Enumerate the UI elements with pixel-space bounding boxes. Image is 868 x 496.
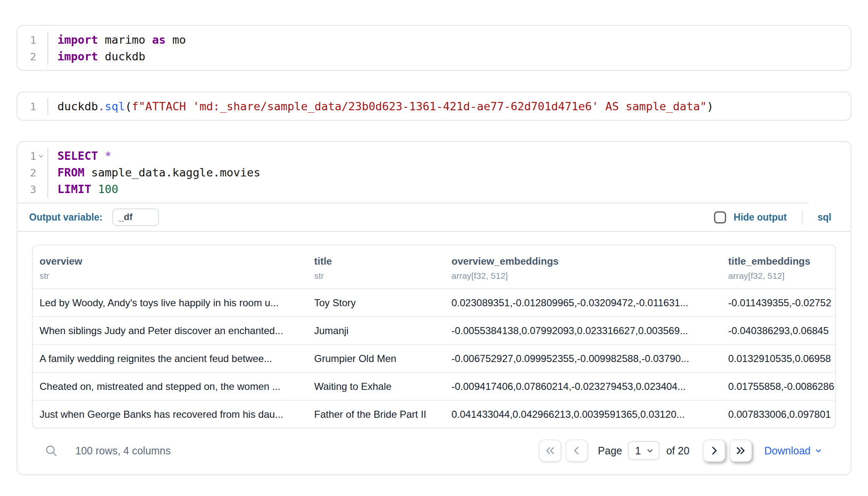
table-cell: -0.011439355,-0.02752 xyxy=(722,297,835,309)
line-number: 1 xyxy=(17,98,47,115)
output-variable-bar: Output variable: _df Hide output sql xyxy=(17,203,851,231)
column-name: overview xyxy=(40,255,301,267)
table-row: A family wedding reignites the ancient f… xyxy=(33,344,835,372)
code-line: SELECT * xyxy=(57,148,851,164)
code-cell-attach: 1 duckdb.sql(f"ATTACH 'md:_share/sample_… xyxy=(17,92,851,121)
sql-cell: 123 SELECT *FROM sample_data.kaggle.movi… xyxy=(17,141,851,475)
page-total-label: of 20 xyxy=(666,445,689,457)
page-select[interactable]: 1 xyxy=(628,441,660,460)
line-number: 3 xyxy=(17,181,47,198)
table-cell: Grumpier Old Men xyxy=(308,353,445,365)
column-header-title_embeddings[interactable]: title_embeddingsarray[f32, 512] xyxy=(722,255,835,281)
line-number: 2 xyxy=(17,48,47,65)
column-header-title[interactable]: titlestr xyxy=(308,255,445,281)
fold-chevron-icon[interactable] xyxy=(37,153,45,160)
divider xyxy=(17,231,851,232)
column-dtype: array[f32, 512] xyxy=(728,271,828,281)
column-dtype: str xyxy=(40,271,301,281)
table-row: Led by Woody, Andy's toys live happily i… xyxy=(33,288,835,316)
code-line: duckdb.sql(f"ATTACH 'md:_share/sample_da… xyxy=(57,98,851,115)
line-number-gutter: 123 xyxy=(17,148,48,198)
download-button[interactable]: Download xyxy=(764,445,823,457)
output-variable-value: _df xyxy=(119,212,132,223)
column-name: title xyxy=(314,255,438,267)
table-cell: -0.009417406,0.07860214,-0.023279453,0.0… xyxy=(445,381,722,392)
code-editor[interactable]: 1 duckdb.sql(f"ATTACH 'md:_share/sample_… xyxy=(17,92,851,120)
search-icon[interactable] xyxy=(45,444,58,457)
code-line: import duckdb xyxy=(57,48,851,65)
table-header-row: overviewstrtitlestroverview_embeddingsar… xyxy=(33,246,835,288)
code-editor[interactable]: 123 SELECT *FROM sample_data.kaggle.movi… xyxy=(17,142,851,203)
column-header-overview_embeddings[interactable]: overview_embeddingsarray[f32, 512] xyxy=(445,255,722,281)
download-label: Download xyxy=(764,445,811,457)
code-content[interactable]: duckdb.sql(f"ATTACH 'md:_share/sample_da… xyxy=(48,98,851,115)
column-dtype: array[f32, 512] xyxy=(451,271,715,281)
table-cell: Toy Story xyxy=(308,297,445,309)
chevron-down-icon xyxy=(814,446,823,455)
table-cell: Jumanji xyxy=(308,325,445,337)
hide-output-label[interactable]: Hide output xyxy=(734,212,787,223)
line-number: 2 xyxy=(17,164,47,181)
next-page-button[interactable] xyxy=(703,439,725,462)
page-select-value: 1 xyxy=(635,445,641,457)
dataframe-table: overviewstrtitlestroverview_embeddingsar… xyxy=(32,245,836,429)
language-label[interactable]: sql xyxy=(818,212,831,223)
page-label: Page xyxy=(598,445,622,457)
table-cell: Led by Woody, Andy's toys live happily i… xyxy=(33,297,308,309)
table-cell: A family wedding reignites the ancient f… xyxy=(33,353,308,365)
code-content[interactable]: import marimo as moimport duckdb xyxy=(48,32,851,65)
table-cell: 0.01755858,-0.0086286 xyxy=(722,381,835,392)
last-page-button[interactable] xyxy=(729,439,752,462)
code-content[interactable]: SELECT *FROM sample_data.kaggle.moviesLI… xyxy=(48,148,851,198)
table-cell: -0.040386293,0.06845 xyxy=(722,325,835,337)
vertical-divider xyxy=(802,210,803,225)
chevrons-right-icon xyxy=(735,445,746,456)
line-number: 1 xyxy=(17,32,47,48)
line-number-gutter: 12 xyxy=(17,32,48,65)
table-cell: 0.007833006,0.097801 xyxy=(722,409,835,420)
hide-output-checkbox[interactable] xyxy=(714,211,726,223)
code-line: LIMIT 100 xyxy=(57,181,851,198)
code-cell-imports: 12 import marimo as moimport duckdb xyxy=(17,25,851,71)
line-number: 1 xyxy=(17,148,47,164)
column-header-overview[interactable]: overviewstr xyxy=(33,255,308,281)
row-count-summary: 100 rows, 4 columns xyxy=(75,445,171,457)
table-cell: -0.006752927,0.099952355,-0.009982588,-0… xyxy=(445,353,722,365)
table-cell: Waiting to Exhale xyxy=(308,381,445,392)
table-cell: Father of the Bride Part II xyxy=(308,409,445,420)
table-row: Just when George Banks has recovered fro… xyxy=(33,400,835,428)
table-row: Cheated on, mistreated and stepped on, t… xyxy=(33,372,835,400)
table-body: Led by Woody, Andy's toys live happily i… xyxy=(33,288,835,428)
first-page-button[interactable] xyxy=(539,439,561,462)
table-cell: 0.0132910535,0.06958 xyxy=(722,353,835,365)
table-cell: 0.041433044,0.042966213,0.0039591365,0.0… xyxy=(445,409,722,420)
table-cell: When siblings Judy and Peter discover an… xyxy=(33,325,308,337)
chevrons-left-icon xyxy=(545,445,556,456)
chevron-down-icon xyxy=(646,446,654,455)
table-row: When siblings Judy and Peter discover an… xyxy=(33,316,835,344)
code-line: FROM sample_data.kaggle.movies xyxy=(57,164,851,181)
chevron-left-icon xyxy=(571,445,582,456)
table-cell: Just when George Banks has recovered fro… xyxy=(33,409,308,420)
column-name: title_embeddings xyxy=(728,255,828,267)
table-cell: -0.0055384138,0.07992093,0.023316627,0.0… xyxy=(445,325,722,337)
output-variable-label: Output variable: xyxy=(29,212,102,223)
code-editor[interactable]: 12 import marimo as moimport duckdb xyxy=(17,26,851,70)
chevron-right-icon xyxy=(709,445,719,456)
code-line: import marimo as mo xyxy=(57,32,851,48)
column-name: overview_embeddings xyxy=(451,255,715,267)
table-footer: 100 rows, 4 columns Page 1 of 20 xyxy=(32,429,836,474)
column-dtype: str xyxy=(314,271,438,281)
prev-page-button[interactable] xyxy=(565,439,588,462)
table-cell: 0.023089351,-0.012809965,-0.03209472,-0.… xyxy=(445,297,722,309)
table-cell: Cheated on, mistreated and stepped on, t… xyxy=(33,381,308,392)
line-number-gutter: 1 xyxy=(17,98,48,115)
output-variable-input[interactable]: _df xyxy=(112,208,159,226)
